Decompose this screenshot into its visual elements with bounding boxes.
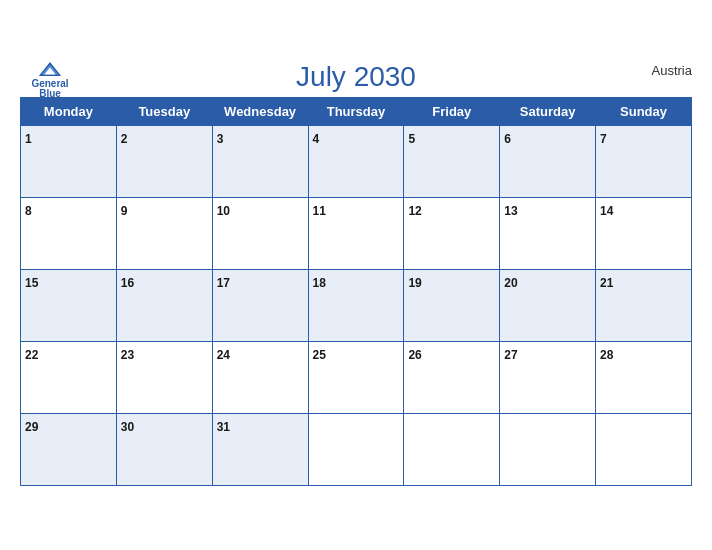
country-label: Austria bbox=[652, 63, 692, 78]
calendar-day-cell: 9 bbox=[116, 197, 212, 269]
weekday-sunday: Sunday bbox=[596, 97, 692, 125]
calendar-day-cell: 21 bbox=[596, 269, 692, 341]
calendar-day-cell: 13 bbox=[500, 197, 596, 269]
weekday-wednesday: Wednesday bbox=[212, 97, 308, 125]
calendar-day-cell: 25 bbox=[308, 341, 404, 413]
calendar-day-cell: 1 bbox=[21, 125, 117, 197]
day-number: 20 bbox=[504, 276, 517, 290]
day-number: 7 bbox=[600, 132, 607, 146]
calendar-day-cell: 22 bbox=[21, 341, 117, 413]
calendar-day-cell: 12 bbox=[404, 197, 500, 269]
calendar-day-cell: 8 bbox=[21, 197, 117, 269]
calendar-day-cell: 20 bbox=[500, 269, 596, 341]
calendar-day-cell: 30 bbox=[116, 413, 212, 485]
calendar-table: Monday Tuesday Wednesday Thursday Friday… bbox=[20, 97, 692, 486]
day-number: 29 bbox=[25, 420, 38, 434]
calendar-day-cell: 26 bbox=[404, 341, 500, 413]
calendar-week-row: 891011121314 bbox=[21, 197, 692, 269]
logo-text-general: General bbox=[31, 79, 68, 89]
day-number: 31 bbox=[217, 420, 230, 434]
day-number: 27 bbox=[504, 348, 517, 362]
weekday-tuesday: Tuesday bbox=[116, 97, 212, 125]
day-number: 30 bbox=[121, 420, 134, 434]
weekday-header-row: Monday Tuesday Wednesday Thursday Friday… bbox=[21, 97, 692, 125]
day-number: 23 bbox=[121, 348, 134, 362]
day-number: 19 bbox=[408, 276, 421, 290]
calendar-week-row: 293031 bbox=[21, 413, 692, 485]
day-number: 15 bbox=[25, 276, 38, 290]
day-number: 6 bbox=[504, 132, 511, 146]
day-number: 11 bbox=[313, 204, 326, 218]
day-number: 22 bbox=[25, 348, 38, 362]
calendar-day-cell: 2 bbox=[116, 125, 212, 197]
logo-text-blue: Blue bbox=[39, 89, 61, 99]
calendar-title: July 2030 bbox=[20, 61, 692, 93]
weekday-friday: Friday bbox=[404, 97, 500, 125]
day-number: 26 bbox=[408, 348, 421, 362]
day-number: 9 bbox=[121, 204, 128, 218]
day-number: 13 bbox=[504, 204, 517, 218]
calendar-header: General Blue July 2030 Austria bbox=[20, 55, 692, 97]
calendar-day-cell: 14 bbox=[596, 197, 692, 269]
calendar-day-cell: 10 bbox=[212, 197, 308, 269]
calendar-day-cell: 7 bbox=[596, 125, 692, 197]
calendar-day-cell: 24 bbox=[212, 341, 308, 413]
weekday-saturday: Saturday bbox=[500, 97, 596, 125]
day-number: 24 bbox=[217, 348, 230, 362]
calendar-day-cell: 28 bbox=[596, 341, 692, 413]
calendar-day-cell bbox=[308, 413, 404, 485]
day-number: 10 bbox=[217, 204, 230, 218]
day-number: 8 bbox=[25, 204, 32, 218]
calendar-day-cell: 18 bbox=[308, 269, 404, 341]
calendar-week-row: 15161718192021 bbox=[21, 269, 692, 341]
calendar-day-cell: 16 bbox=[116, 269, 212, 341]
calendar-day-cell: 31 bbox=[212, 413, 308, 485]
calendar-day-cell: 17 bbox=[212, 269, 308, 341]
calendar-wrapper: General Blue July 2030 Austria Monday Tu… bbox=[0, 45, 712, 506]
calendar-day-cell: 15 bbox=[21, 269, 117, 341]
calendar-day-cell: 23 bbox=[116, 341, 212, 413]
day-number: 3 bbox=[217, 132, 224, 146]
weekday-thursday: Thursday bbox=[308, 97, 404, 125]
calendar-day-cell: 19 bbox=[404, 269, 500, 341]
day-number: 25 bbox=[313, 348, 326, 362]
day-number: 28 bbox=[600, 348, 613, 362]
calendar-day-cell bbox=[500, 413, 596, 485]
calendar-week-row: 22232425262728 bbox=[21, 341, 692, 413]
calendar-day-cell bbox=[404, 413, 500, 485]
calendar-day-cell: 4 bbox=[308, 125, 404, 197]
calendar-week-row: 1234567 bbox=[21, 125, 692, 197]
day-number: 2 bbox=[121, 132, 128, 146]
calendar-day-cell: 5 bbox=[404, 125, 500, 197]
calendar-day-cell: 29 bbox=[21, 413, 117, 485]
day-number: 17 bbox=[217, 276, 230, 290]
day-number: 5 bbox=[408, 132, 415, 146]
calendar-day-cell: 27 bbox=[500, 341, 596, 413]
day-number: 18 bbox=[313, 276, 326, 290]
calendar-day-cell bbox=[596, 413, 692, 485]
day-number: 14 bbox=[600, 204, 613, 218]
day-number: 21 bbox=[600, 276, 613, 290]
calendar-day-cell: 11 bbox=[308, 197, 404, 269]
day-number: 4 bbox=[313, 132, 320, 146]
logo-area: General Blue bbox=[20, 59, 80, 99]
calendar-day-cell: 3 bbox=[212, 125, 308, 197]
weekday-monday: Monday bbox=[21, 97, 117, 125]
day-number: 1 bbox=[25, 132, 32, 146]
calendar-day-cell: 6 bbox=[500, 125, 596, 197]
generalblue-logo-icon bbox=[36, 59, 64, 79]
day-number: 16 bbox=[121, 276, 134, 290]
day-number: 12 bbox=[408, 204, 421, 218]
